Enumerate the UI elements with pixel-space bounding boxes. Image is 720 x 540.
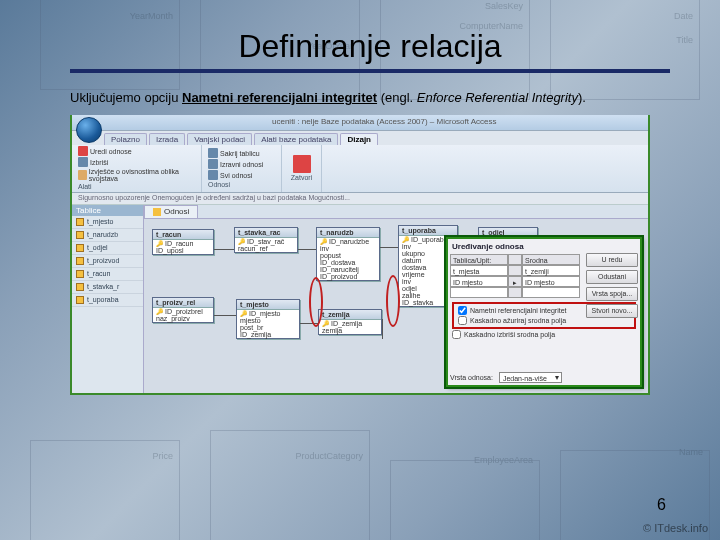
x-icon [78, 146, 88, 156]
relation-line [382, 319, 383, 339]
table-t-zemlja[interactable]: t_zemlja ID_zemlja zemlja [318, 309, 382, 335]
relation-line [214, 249, 234, 250]
hide-icon [208, 148, 218, 158]
col-header-left: Tablica/Upit: [450, 254, 508, 265]
btn-sakrij[interactable]: Sakrij tablicu [208, 148, 275, 158]
lead-prefix: Uključujemo opciju [70, 90, 182, 105]
lead-paren-open: (engl. [377, 90, 417, 105]
relation-type-label: Vrsta odnosa: [450, 374, 493, 381]
relation-line [214, 315, 236, 316]
tab-alati[interactable]: Alati baze podataka [254, 133, 338, 145]
btn-izravni[interactable]: Izravni odnosi [208, 159, 275, 169]
lead-italic: Enforce Referential Integrity [417, 90, 578, 105]
slide-title: Definiranje relacija [70, 28, 670, 65]
nav-item[interactable]: t_uporaba [72, 294, 143, 307]
relations-icon [153, 208, 161, 216]
dialog-title: Uređivanje odnosa [450, 241, 638, 252]
tab-izrada[interactable]: Izrada [149, 133, 185, 145]
doc-tab-odnosi[interactable]: Odnosi [144, 205, 198, 218]
nav-item[interactable]: t_narudzb [72, 229, 143, 242]
title-underline [70, 69, 670, 73]
table-icon [76, 244, 84, 252]
table-icon [76, 296, 84, 304]
table-icon [76, 270, 84, 278]
table-icon [76, 218, 84, 226]
ok-button[interactable]: U redu [586, 253, 638, 267]
col-header-right: Srodna tablica/upit: [522, 254, 580, 265]
btn-uredi-odnose[interactable]: Uredi odnose [78, 146, 195, 156]
nav-item[interactable]: t_proizvod [72, 255, 143, 268]
table-t-racun[interactable]: t_racun ID_racun ID_uposl [152, 229, 214, 255]
lead-bold: Nametni referencijalni integritet [182, 90, 377, 105]
tab-polazno[interactable]: Polazno [104, 133, 147, 145]
page-number: 6 [657, 496, 666, 514]
arrow-icon: ▸ [508, 276, 522, 287]
work-area: Odnosi t_racun ID_racun ID_uposl t_stavk… [144, 205, 648, 393]
clear-icon [78, 157, 88, 167]
security-warning: Sigurnosno upozorenje Onemogućen je odre… [72, 193, 648, 205]
btn-zatvori: Zatvori [291, 174, 312, 181]
close-icon[interactable] [293, 155, 311, 173]
document-tabs: Odnosi [144, 205, 648, 219]
tab-vanjski[interactable]: Vanjski podaci [187, 133, 252, 145]
ribbon: Uredi odnose Izbriši Izvješće o ovisnost… [72, 145, 648, 193]
create-new-button[interactable]: Stvori novo... [586, 304, 638, 318]
chk-enforce-integrity[interactable] [458, 306, 467, 315]
ribbon-group-odnosi: Odnosi [208, 181, 275, 188]
relation-line [380, 247, 398, 248]
copyright: © ITdesk.info [643, 522, 708, 534]
cancel-button[interactable]: Odustani [586, 270, 638, 284]
navigation-pane: Tablice t_mjesto t_narudzb t_odjel t_pro… [72, 205, 144, 393]
chk-cascade-delete[interactable] [452, 330, 461, 339]
table-t-narudzb[interactable]: t_narudzb ID_narudzbe inv popust ID_dost… [316, 227, 380, 281]
chk-label: Kaskadno izbriši srodna polja [464, 331, 555, 338]
relation-type-value: Jedan-na-više [499, 372, 562, 383]
field-right[interactable]: ID mjesto [522, 276, 580, 287]
direct-icon [208, 159, 218, 169]
table-select-left[interactable]: t_mjesta [450, 265, 508, 276]
table-icon [76, 257, 84, 265]
window-title: uceniti : nelje Baze podataka (Access 20… [272, 117, 497, 126]
tab-dizajn[interactable]: Dizajn [340, 133, 378, 145]
table-t-stavka[interactable]: t_stavka_rac ID_stav_rač racun_ref [234, 227, 298, 253]
lead-paragraph: Uključujemo opciju Nametni referencijaln… [70, 89, 670, 107]
relation-line [298, 249, 316, 250]
table-t-proizvod[interactable]: t_proizv_rel ID_proizbrel naz_proizv [152, 297, 214, 323]
table-icon [76, 283, 84, 291]
highlight-circle [309, 277, 323, 327]
join-type-button[interactable]: Vrsta spoja... [586, 287, 638, 301]
nav-item[interactable]: t_racun [72, 268, 143, 281]
btn-izbrisi[interactable]: Izbriši [78, 157, 195, 167]
nav-header[interactable]: Tablice [72, 205, 143, 216]
ribbon-group-alati: Alati [78, 183, 195, 190]
nav-item[interactable]: t_odjel [72, 242, 143, 255]
ribbon-tabs: Polazno Izrada Vanjski podaci Alati baze… [104, 131, 648, 145]
lead-paren-close: ). [578, 90, 586, 105]
all-icon [208, 170, 218, 180]
field-left[interactable]: ID mjesto [450, 276, 508, 287]
nav-item[interactable]: t_stavka_r [72, 281, 143, 294]
highlight-circle [386, 275, 400, 327]
btn-svi[interactable]: Svi odnosi [208, 170, 275, 180]
relationships-canvas[interactable]: t_racun ID_racun ID_uposl t_stavka_rac I… [144, 219, 648, 393]
chk-label: Nametni referencijalni integritet [470, 307, 567, 314]
table-icon [76, 231, 84, 239]
access-screenshot: uceniti : nelje Baze podataka (Access 20… [70, 115, 650, 395]
edit-relationships-dialog: Uređivanje odnosa Tablica/Upit: Srodna t… [446, 237, 642, 387]
btn-izvjesce[interactable]: Izvješće o ovisnostima oblika svojstava [78, 168, 195, 182]
chk-cascade-update[interactable] [458, 316, 467, 325]
table-select-right[interactable]: t_zemlji [522, 265, 580, 276]
table-t-mjesto[interactable]: t_mjesto ID_mjesto mjesto post_br ID_zem… [236, 299, 300, 339]
report-icon [78, 170, 87, 180]
office-orb-icon[interactable] [76, 117, 102, 143]
nav-item[interactable]: t_mjesto [72, 216, 143, 229]
chk-label: Kaskadno ažuriraj srodna polja [470, 317, 566, 324]
